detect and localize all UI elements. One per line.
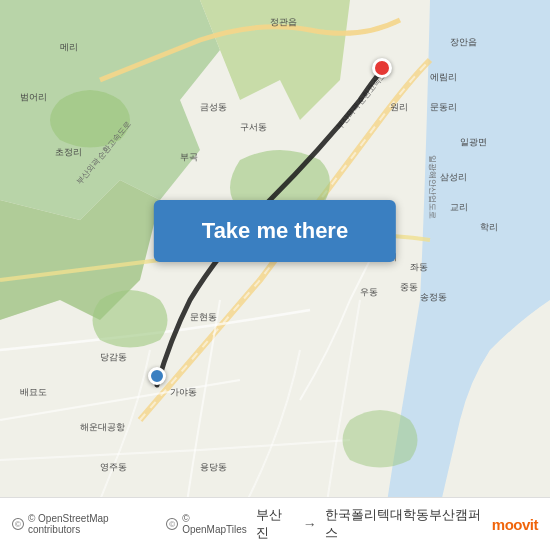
origin-marker: [148, 367, 166, 385]
svg-text:문동리: 문동리: [430, 102, 457, 112]
svg-text:중동: 중동: [400, 282, 418, 292]
svg-text:구서동: 구서동: [240, 122, 267, 132]
route-info: 부산진 → 한국폴리텍대학동부산캠퍼스: [256, 506, 492, 542]
destination-marker: [372, 58, 392, 82]
svg-text:해운대공항: 해운대공항: [80, 422, 125, 432]
svg-text:장안읍: 장안읍: [450, 37, 477, 47]
map-background: 메리 범어리 정관읍 장안읍 에림리 원리 문동리 일광면 삼성리 교리 학리 …: [0, 0, 550, 550]
svg-text:초정리: 초정리: [55, 147, 82, 157]
svg-text:송정동: 송정동: [420, 292, 447, 302]
copyright-icon: ©: [12, 518, 24, 530]
svg-text:가야동: 가야동: [170, 387, 197, 397]
map-container: 메리 범어리 정관읍 장안읍 에림리 원리 문동리 일광면 삼성리 교리 학리 …: [0, 0, 550, 550]
copyright-icon-2: ©: [166, 518, 178, 530]
svg-text:우동: 우동: [360, 287, 378, 297]
attribution: © © OpenStreetMap contributors © © OpenM…: [12, 513, 256, 535]
svg-text:일광면: 일광면: [460, 137, 487, 147]
moovit-brand-text: moovit: [492, 516, 538, 533]
svg-text:부곡: 부곡: [180, 152, 198, 162]
take-me-there-button[interactable]: Take me there: [154, 200, 396, 262]
svg-text:금성동: 금성동: [200, 102, 227, 112]
svg-text:당감동: 당감동: [100, 352, 127, 362]
svg-text:원리: 원리: [390, 102, 408, 112]
route-arrow-icon: →: [303, 516, 317, 532]
svg-text:메리: 메리: [60, 42, 78, 52]
svg-text:문현동: 문현동: [190, 312, 217, 322]
to-label: 한국폴리텍대학동부산캠퍼스: [325, 506, 492, 542]
svg-text:교리: 교리: [450, 202, 468, 212]
svg-text:정관읍: 정관읍: [270, 17, 297, 27]
button-container: Take me there: [154, 200, 396, 262]
svg-text:배묘도: 배묘도: [20, 387, 47, 397]
svg-text:에림리: 에림리: [430, 72, 457, 82]
osm-attribution: © OpenStreetMap contributors: [28, 513, 162, 535]
from-label: 부산진: [256, 506, 295, 542]
svg-text:범어리: 범어리: [20, 92, 47, 102]
svg-text:좌동: 좌동: [410, 262, 428, 272]
moovit-logo: moovit: [492, 516, 538, 533]
bottom-bar: © © OpenStreetMap contributors © © OpenM…: [0, 497, 550, 550]
svg-text:학리: 학리: [480, 222, 498, 232]
svg-text:삼성리: 삼성리: [440, 172, 467, 182]
tiles-attribution: © OpenMapTiles: [182, 513, 256, 535]
svg-text:일광해안산업도로: 일광해안산업도로: [428, 155, 437, 219]
svg-text:영주동: 영주동: [100, 462, 127, 472]
svg-text:용당동: 용당동: [200, 462, 227, 472]
